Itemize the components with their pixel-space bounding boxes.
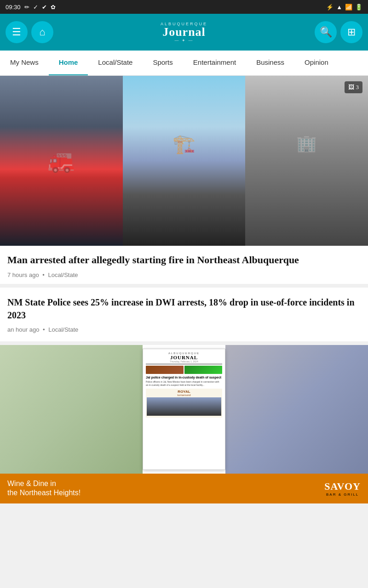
search-button[interactable]: 🔍 [315,21,337,43]
np-headline: Jal police charged in in-custody death o… [146,375,222,379]
hero-card-body: Man arrested after allegedly starting fi… [0,246,368,284]
newspaper-panel-center: ALBUQUERQUE JOURNAL Thursday, February 1… [143,349,225,470]
np-logo-main: JOURNAL [146,355,222,360]
top-nav-left: ☰ ⌂ [6,21,53,43]
main-content: 🖼 3 Man arrested after allegedly startin… [0,76,368,474]
logo-sub-text: — ✦ — [161,38,207,43]
meta-dot-2: • [43,326,45,333]
tab-home[interactable]: Home [49,51,88,76]
hero-category: Local/State [48,271,78,278]
hero-panel-left [0,76,123,246]
logo-small-text: ALBUQUERQUE [161,22,207,26]
np-ad-image [147,397,221,416]
np-ad-sub: turnaround [147,394,221,396]
ad-logo-sub: BAR & GRILL [324,492,361,497]
category-tabs: My News Home Local/State Sports Entertai… [0,51,368,76]
hero-mosaic [0,76,368,246]
ad-text-block: Wine & Dine in the Northeast Heights! [7,479,80,498]
np-ad: ROYAL turnaround [146,389,222,418]
fan-icon: ✿ [51,4,56,11]
tab-business[interactable]: Business [246,51,294,76]
second-article-title: NM State Police sees 25% increase in DWI… [7,296,361,322]
logo-main-text: Journal [161,26,207,38]
hero-time: 7 hours ago [7,271,39,278]
check-icon: ✓ [33,4,38,11]
np-top-row [146,366,222,374]
grid-button[interactable]: ⊞ [340,21,362,43]
image-count-badge: 🖼 3 [345,81,363,93]
menu-button[interactable]: ☰ [6,21,28,43]
signal-icon: ▲ [336,4,342,11]
top-nav-right: 🔍 ⊞ [315,21,362,43]
battery-icon: 🔋 [355,4,362,11]
wifi-icon: 📶 [345,4,352,11]
home-button[interactable]: ⌂ [31,21,53,43]
image-count: 3 [356,84,359,91]
grid-icon: ⊞ [347,26,356,38]
newspaper-mosaic: ALBUQUERQUE JOURNAL Thursday, February 1… [0,345,368,474]
logo-container: ALBUQUERQUE Journal — ✦ — [53,22,315,43]
hamburger-icon: ☰ [12,26,21,38]
hero-article-card[interactable]: 🖼 3 Man arrested after allegedly startin… [0,76,368,284]
ad-logo-name: SAVOY [324,481,361,492]
second-article-category: Local/State [48,326,78,333]
status-left: 09:30 ✏ ✓ ✔ ✿ [6,4,56,11]
np-ad-title: ROYAL [147,390,221,394]
image-icon: 🖼 [348,84,354,91]
tab-my-news[interactable]: My News [0,51,49,76]
ad-logo-block: SAVOY BAR & GRILL [324,481,361,497]
second-article-meta: an hour ago • Local/State [7,326,361,333]
np-header: ALBUQUERQUE JOURNAL Thursday, February 1… [146,352,222,364]
np-thumb-2 [184,366,222,374]
newspaper-panel-right [225,345,368,474]
np-thumb-1 [146,366,184,374]
status-bar: 09:30 ✏ ✓ ✔ ✿ ⚡ ▲ 📶 🔋 [0,0,368,14]
ad-line1: Wine & Dine in [7,479,80,489]
np-body: Police officers in Jal, New Mexico have … [146,380,222,387]
hero-meta: 7 hours ago • Local/State [7,271,361,278]
logo: ALBUQUERQUE Journal — ✦ — [161,22,207,43]
meta-dot: • [42,271,45,278]
task-icon: ✔ [42,4,47,11]
home-icon: ⌂ [39,26,45,38]
newspaper-panel-left [0,345,143,474]
np-date-line: Thursday, February 1, 2024 [146,360,222,363]
tab-sports[interactable]: Sports [143,51,183,76]
second-article-card[interactable]: NM State Police sees 25% increase in DWI… [0,288,368,341]
search-icon: 🔍 [320,26,332,38]
status-right: ⚡ ▲ 📶 🔋 [326,4,362,11]
pen-icon: ✏ [24,4,29,11]
hero-image: 🖼 3 [0,76,368,246]
newspaper-page: ALBUQUERQUE JOURNAL Thursday, February 1… [146,352,222,467]
hero-panel-middle [123,76,246,246]
hero-title: Man arrested after allegedly starting fi… [7,253,361,267]
tab-opinion[interactable]: Opinion [294,51,339,76]
top-nav: ☰ ⌂ ALBUQUERQUE Journal — ✦ — 🔍 ⊞ [0,14,368,51]
bluetooth-icon: ⚡ [326,4,334,11]
status-time: 09:30 [6,4,21,11]
tab-entertainment[interactable]: Entertainment [183,51,246,76]
second-article-time: an hour ago [7,326,39,333]
newspaper-preview-card[interactable]: ALBUQUERQUE JOURNAL Thursday, February 1… [0,345,368,474]
ad-banner[interactable]: Wine & Dine in the Northeast Heights! SA… [0,474,368,504]
hero-panel-right [245,76,368,246]
ad-line2: the Northeast Heights! [7,488,80,498]
tab-local-state[interactable]: Local/State [88,51,143,76]
